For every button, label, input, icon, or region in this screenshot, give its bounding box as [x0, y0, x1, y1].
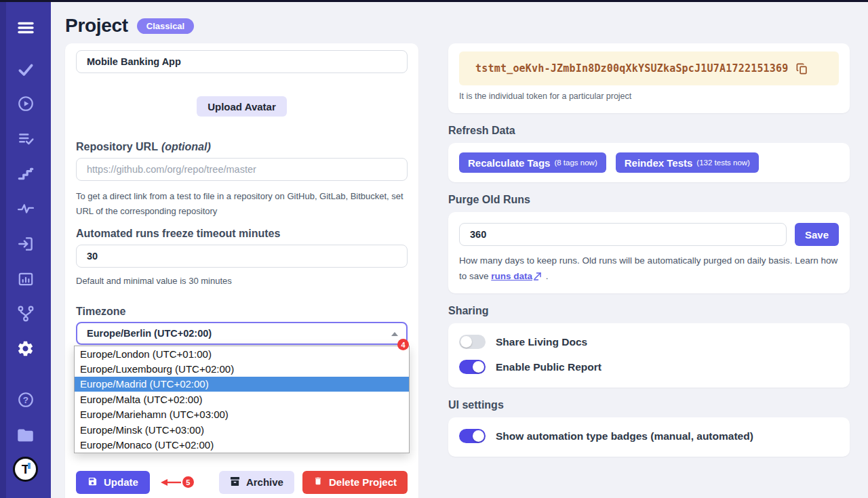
share-living-docs-row: Share Living Docs: [459, 335, 839, 349]
sharing-heading: Sharing: [448, 305, 850, 317]
caret-up-icon: [391, 332, 398, 336]
repository-url-label: Repository URL(optional): [76, 141, 408, 153]
sign-in-icon[interactable]: [0, 235, 51, 253]
timezone-select[interactable]: Europe/Berlin (UTC+02:00) 4: [76, 322, 408, 345]
bar-chart-icon[interactable]: [0, 270, 51, 288]
timezone-option[interactable]: Europe/Luxembourg (UTC+02:00): [75, 361, 409, 376]
archive-button[interactable]: Archive: [219, 471, 294, 494]
project-token-value: tstmt_oeKvh-JZmbIn8Dz00qXkYSUZkaSpcJ1U7A…: [475, 62, 789, 75]
purge-old-runs-card: Save How many days to keep runs. Old run…: [448, 212, 850, 293]
list-check-icon[interactable]: [0, 130, 51, 148]
repository-url-help: To get a direct link from a test to file…: [76, 189, 408, 219]
enable-public-report-toggle[interactable]: [459, 360, 486, 374]
timezone-selected-value: Europe/Berlin (UTC+02:00): [87, 328, 212, 339]
ui-settings-heading: UI settings: [448, 399, 850, 411]
classical-badge: Classical: [137, 18, 194, 34]
archive-icon: [230, 476, 240, 489]
form-actions: Update 5 Archive Delete Project: [76, 471, 408, 494]
sharing-card: Share Living Docs Enable Public Report: [448, 323, 850, 388]
right-column: tstmt_oeKvh-JZmbIn8Dz00qXkYSUZkaSpcJ1U7A…: [448, 43, 850, 457]
share-living-docs-toggle[interactable]: [459, 335, 486, 349]
annotation-badge-4: 4: [397, 339, 409, 350]
project-token-box: tstmt_oeKvh-JZmbIn8Dz00qXkYSUZkaSpcJ1U7A…: [459, 51, 839, 85]
copy-token-icon[interactable]: [795, 62, 808, 75]
freeze-timeout-input[interactable]: [76, 245, 408, 268]
timezone-option[interactable]: Europe/Malta (UTC+02:00): [75, 392, 409, 407]
timezone-option[interactable]: Europe/Minsk (UTC+03:00): [75, 422, 409, 437]
timezone-option[interactable]: Europe/Mariehamn (UTC+03:00): [75, 407, 409, 422]
save-icon: [87, 476, 98, 489]
app-logo[interactable]: T: [0, 457, 51, 482]
svg-text:?: ?: [22, 395, 28, 405]
question-icon[interactable]: ?: [0, 391, 51, 409]
gear-icon[interactable]: [0, 339, 51, 358]
update-button[interactable]: Update: [76, 471, 150, 494]
save-button[interactable]: Save: [795, 223, 839, 246]
enable-public-report-row: Enable Public Report: [459, 360, 839, 374]
sidebar: ? T: [0, 0, 51, 498]
runs-data-link[interactable]: runs data: [491, 271, 532, 281]
repository-url-input[interactable]: [76, 158, 408, 181]
steps-icon[interactable]: [0, 165, 51, 183]
recalculate-tags-button[interactable]: Recalculate Tags (8 tags now): [459, 152, 606, 173]
trash-icon: [313, 476, 323, 488]
purge-old-runs-heading: Purge Old Runs: [448, 194, 850, 206]
project-settings-card: Upload Avatar Repository URL(optional) T…: [65, 43, 418, 498]
timezone-option-highlighted[interactable]: Europe/Madrid (UTC+02:00): [75, 377, 409, 392]
freeze-timeout-label: Automated runs freeze timeout minutes: [76, 228, 408, 240]
refresh-data-card: Recalculate Tags (8 tags now) Reindex Te…: [448, 143, 850, 182]
branch-icon[interactable]: [0, 305, 51, 323]
ui-settings-card: Show automation type badges (manual, aut…: [448, 417, 850, 457]
refresh-data-heading: Refresh Data: [448, 125, 850, 137]
timezone-option[interactable]: Europe/Monaco (UTC+02:00): [75, 437, 409, 452]
external-link-icon: [532, 271, 543, 281]
automation-badges-row: Show automation type badges (manual, aut…: [459, 429, 839, 443]
token-caption: It is the individual token for a particu…: [459, 91, 839, 101]
annotation-badge-5: 5: [182, 476, 194, 488]
page-header: Project Classical: [65, 15, 194, 37]
play-circle-icon[interactable]: [0, 95, 51, 112]
purge-days-input[interactable]: [459, 223, 787, 246]
reindex-tests-button[interactable]: Reindex Tests (132 tests now): [616, 152, 759, 173]
automation-badges-toggle[interactable]: [459, 429, 486, 443]
check-icon[interactable]: [0, 61, 51, 79]
menu-icon[interactable]: [0, 18, 51, 37]
folder-icon[interactable]: [0, 426, 51, 444]
timezone-dropdown: Europe/London (UTC+01:00) Europe/Luxembo…: [74, 346, 410, 453]
timezone-option[interactable]: Europe/London (UTC+01:00): [75, 346, 409, 361]
timezone-label: Timezone: [76, 306, 408, 318]
annotation-arrow-5: 5: [158, 476, 194, 489]
project-name-input[interactable]: [76, 50, 408, 73]
upload-avatar-button[interactable]: Upload Avatar: [197, 96, 287, 117]
pulse-icon[interactable]: [0, 200, 51, 217]
token-card: tstmt_oeKvh-JZmbIn8Dz00qXkYSUZkaSpcJ1U7A…: [448, 43, 850, 113]
page-title: Project: [65, 15, 128, 37]
delete-project-button[interactable]: Delete Project: [302, 471, 408, 494]
freeze-timeout-help: Default and minimal value is 30 minutes: [76, 274, 408, 289]
purge-help: How many days to keep runs. Old runs wil…: [459, 253, 839, 284]
